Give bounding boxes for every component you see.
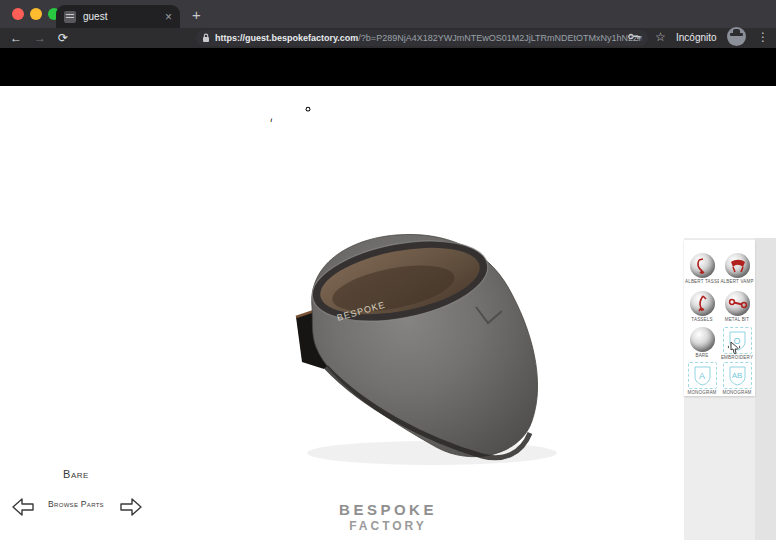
monogram-ab-icon: AB xyxy=(723,362,752,389)
tab-favicon-icon xyxy=(64,11,76,23)
current-part-name: Bare xyxy=(20,468,132,480)
item-bare[interactable]: BARE xyxy=(685,327,719,358)
previous-part-arrow[interactable] xyxy=(10,495,36,519)
shopping-bag-icon xyxy=(714,103,727,118)
get-inspired-button[interactable]: GET INSPIRED xyxy=(280,103,336,122)
brand-watermark-line2: FACTORY xyxy=(288,519,488,533)
browser-menu-icon[interactable]: ⋮ xyxy=(757,30,769,44)
price: 105€ xyxy=(680,107,713,122)
item-monogram-ab[interactable]: AB MONOGRAM xyxy=(720,362,754,395)
contact-us-button[interactable]: CONTACT US xyxy=(376,103,432,122)
back-arrow-icon[interactable] xyxy=(9,106,31,124)
share-icon xyxy=(352,103,364,115)
accessories-panel: Accessories Side ALBERT TASSELS ALBERT V… xyxy=(684,238,776,540)
metal-bit-icon xyxy=(725,291,750,316)
monogram-a-icon: A xyxy=(688,362,717,389)
browser-tab[interactable]: guest × xyxy=(56,5,180,28)
order-button[interactable]: ORDER xyxy=(714,103,776,118)
bare-icon xyxy=(690,327,715,352)
product-info-button[interactable]: PRODUCT INFO i xyxy=(204,117,280,124)
minimize-window-button[interactable] xyxy=(30,8,42,20)
forward-icon[interactable]: → xyxy=(34,31,46,45)
tassels-icon xyxy=(690,291,715,316)
back-icon[interactable]: ← xyxy=(10,31,22,45)
tab-title: guest xyxy=(83,11,165,22)
item-albert-tassels[interactable]: ALBERT TASSELS xyxy=(685,253,719,284)
browse-parts-label: Browse Parts xyxy=(40,499,112,509)
camera-icon xyxy=(300,103,316,114)
brand-watermark-line1: BESPOKE xyxy=(288,501,488,518)
password-key-icon[interactable] xyxy=(628,31,641,43)
bookmark-star-icon[interactable]: ☆ xyxy=(655,30,666,44)
full-screen-button[interactable]: FULL SCREEN xyxy=(432,103,488,124)
item-albert-vamp[interactable]: ALBERT VAMP xyxy=(720,253,754,284)
app-header: MENS SLIPPERS Wellington PRODUCT INFO i … xyxy=(0,48,776,86)
albert-tassels-icon xyxy=(690,253,715,278)
info-icon: i xyxy=(268,117,275,124)
item-monogram-a[interactable]: A MONOGRAM xyxy=(685,362,719,395)
category-title: MENS SLIPPERS xyxy=(36,109,141,121)
close-window-button[interactable] xyxy=(12,8,24,20)
albert-vamp-icon xyxy=(725,253,750,278)
fullscreen-icon xyxy=(454,103,467,116)
url-text: https://guest.bespokefactory.com/?b=P289… xyxy=(215,33,642,43)
reload-icon[interactable]: ⟳ xyxy=(58,31,68,45)
url-bar[interactable]: https://guest.bespokefactory.com/?b=P289… xyxy=(196,30,648,46)
incognito-label: Incógnito xyxy=(676,32,717,43)
divider xyxy=(668,101,669,129)
panel-tab-column xyxy=(755,238,776,540)
mouse-cursor xyxy=(727,341,741,358)
lock-icon xyxy=(202,33,210,43)
incognito-avatar-icon[interactable] xyxy=(727,27,746,46)
item-tassels[interactable]: TASSELS xyxy=(685,291,719,322)
next-part-arrow[interactable] xyxy=(118,495,144,519)
envelope-icon xyxy=(397,103,412,114)
shoe-3d-view[interactable]: BESPOKE xyxy=(272,215,577,477)
new-tab-button[interactable]: + xyxy=(192,8,201,21)
browser-tab-strip: guest × + xyxy=(0,0,776,28)
tab-close-icon[interactable]: × xyxy=(165,11,172,23)
model-name: Wellington xyxy=(204,99,280,114)
item-metal-bit[interactable]: METAL BIT xyxy=(720,291,754,322)
accessories-card: ALBERT TASSELS ALBERT VAMP TASSELS METAL… xyxy=(684,240,755,396)
